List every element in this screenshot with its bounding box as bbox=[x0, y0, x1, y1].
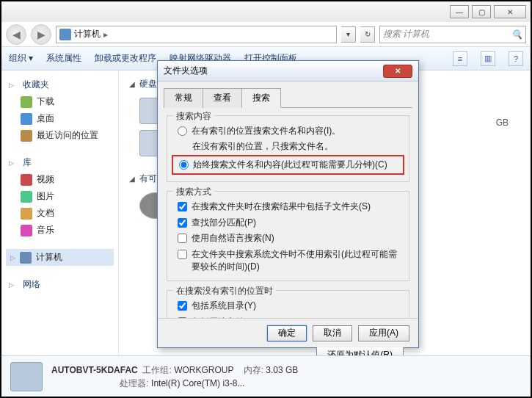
view-mode-button[interactable]: ≡ bbox=[453, 51, 467, 66]
option-label: 在搜索文件夹时在搜索结果中包括子文件夹(S) bbox=[192, 200, 371, 213]
document-icon bbox=[21, 208, 32, 220]
apply-button[interactable]: 应用(A) bbox=[358, 325, 409, 341]
group-label: 搜索方式 bbox=[173, 186, 214, 198]
picture-icon bbox=[21, 191, 32, 203]
computer-large-icon bbox=[10, 362, 43, 391]
sidebar-label: 库 bbox=[23, 156, 32, 169]
breadcrumb-separator-icon: ▸ bbox=[103, 29, 108, 40]
cpu-label: 处理器: bbox=[120, 378, 148, 388]
sidebar-item-videos[interactable]: 视频 bbox=[6, 171, 114, 188]
search-icon: 🔍 bbox=[511, 29, 522, 40]
sidebar-item-label: 最近访问的位置 bbox=[37, 129, 98, 142]
radio-indexed-locations[interactable]: 在有索引的位置搜索文件名和内容(I)。 bbox=[173, 123, 403, 139]
sidebar-item-downloads[interactable]: 下载 bbox=[6, 93, 114, 110]
workgroup-value: WORKGROUP bbox=[174, 365, 233, 375]
close-button[interactable]: ✕ bbox=[494, 5, 526, 18]
status-text: AUTOBVT-5KDAFAC 工作组: WORKGROUP 内存: 3.03 … bbox=[51, 363, 298, 390]
video-icon bbox=[21, 174, 32, 186]
help-button[interactable]: ? bbox=[509, 51, 523, 66]
tab-view[interactable]: 查看 bbox=[203, 88, 242, 108]
computer-name: AUTOBVT-5KDAFAC bbox=[51, 365, 138, 375]
group-search-content: 搜索内容 在有索引的位置搜索文件名和内容(I)。 在没有索引的位置，只搜索文件名… bbox=[167, 115, 409, 182]
address-bar: ◀ ▶ 计算机 ▸ ▾ ↻ 搜索 计算机 🔍 bbox=[1, 22, 531, 47]
check-include-subfolders[interactable]: 在搜索文件夹时在搜索结果中包括子文件夹(S) bbox=[173, 199, 403, 214]
search-input[interactable]: 搜索 计算机 🔍 bbox=[379, 26, 526, 43]
sidebar-libraries-header[interactable]: ▷库 bbox=[6, 154, 114, 171]
refresh-button[interactable]: ↻ bbox=[360, 26, 375, 43]
computer-icon bbox=[59, 29, 71, 40]
workgroup-label: 工作组: bbox=[142, 365, 171, 375]
sidebar-item-label: 音乐 bbox=[37, 224, 54, 236]
system-properties-button[interactable]: 系统属性 bbox=[46, 52, 81, 65]
sidebar-item-label: 桌面 bbox=[37, 112, 54, 125]
dialog-close-button[interactable]: ✕ bbox=[383, 65, 412, 78]
option-label: 在有索引的位置搜索文件名和内容(I)。 bbox=[192, 125, 340, 137]
sidebar-item-label: 计算机 bbox=[36, 251, 62, 264]
nav-forward-button[interactable]: ▶ bbox=[31, 24, 51, 45]
group-label: 搜索内容 bbox=[173, 110, 214, 123]
tab-general[interactable]: 常规 bbox=[164, 88, 203, 108]
breadcrumb-box[interactable]: 计算机 ▸ bbox=[56, 26, 337, 43]
maximize-button[interactable]: ▢ bbox=[472, 5, 491, 18]
memory-label: 内存: bbox=[244, 365, 263, 375]
sidebar-item-label: 文档 bbox=[37, 207, 54, 220]
sidebar: ▷收藏夹 下载 桌面 最近访问的位置 ▷库 视频 图片 文档 音乐 ▷计算机 ▷… bbox=[1, 70, 119, 355]
dialog-titlebar[interactable]: 文件夹选项 ✕ bbox=[158, 61, 418, 82]
check-natural-language[interactable]: 使用自然语言搜索(N) bbox=[173, 231, 403, 246]
group-label: 在搜索没有索引的位置时 bbox=[173, 285, 276, 297]
sidebar-item-label: 图片 bbox=[37, 190, 54, 203]
sidebar-item-label: 视频 bbox=[37, 173, 54, 186]
details-pane: AUTOBVT-5KDAFAC 工作组: WORKGROUP 内存: 3.03 … bbox=[1, 355, 531, 397]
cancel-button[interactable]: 取消 bbox=[313, 325, 352, 341]
sidebar-item-network[interactable]: ▷网络 bbox=[6, 276, 114, 293]
music-icon bbox=[21, 225, 32, 236]
option-label: 包括系统目录(Y) bbox=[192, 300, 256, 312]
sidebar-item-music[interactable]: 音乐 bbox=[6, 222, 114, 239]
sidebar-item-pictures[interactable]: 图片 bbox=[6, 188, 114, 205]
sidebar-item-recent[interactable]: 最近访问的位置 bbox=[6, 127, 114, 144]
size-hint: GB bbox=[496, 117, 509, 128]
window-titlebar: — ▢ ✕ bbox=[1, 1, 531, 22]
address-dropdown-button[interactable]: ▾ bbox=[341, 26, 356, 43]
check-partial-match[interactable]: 查找部分匹配(P) bbox=[173, 215, 403, 231]
minimize-button[interactable]: — bbox=[450, 5, 469, 18]
check-include-system-dirs[interactable]: 包括系统目录(Y) bbox=[173, 298, 403, 314]
option-label: 在文件夹中搜索系统文件时不使用索引(此过程可能需要较长的时间)(D) bbox=[192, 248, 403, 274]
radio-always-search[interactable]: 始终搜索文件名和内容(此过程可能需要几分钟)(C) bbox=[175, 157, 401, 173]
folder-options-dialog: 文件夹选项 ✕ 常规 查看 搜索 搜索内容 在有索引的位置搜索文件名和内容(I)… bbox=[157, 60, 419, 348]
option-label: 查找部分匹配(P) bbox=[192, 217, 256, 229]
sidebar-favorites-header[interactable]: ▷收藏夹 bbox=[6, 76, 114, 93]
sidebar-item-documents[interactable]: 文档 bbox=[6, 205, 114, 222]
cpu-value: Intel(R) Core(TM) i3-8... bbox=[151, 378, 244, 388]
option-label: 使用自然语言搜索(N) bbox=[192, 232, 274, 245]
option-subtext: 在没有索引的位置，只搜索文件名。 bbox=[173, 139, 403, 154]
uninstall-programs-button[interactable]: 卸载或更改程序 bbox=[95, 52, 156, 65]
download-icon bbox=[21, 96, 32, 108]
check-no-index-system[interactable]: 在文件夹中搜索系统文件时不使用索引(此过程可能需要较长的时间)(D) bbox=[173, 247, 403, 275]
memory-value: 3.03 GB bbox=[266, 365, 298, 375]
nav-back-button[interactable]: ◀ bbox=[6, 24, 26, 45]
organize-menu[interactable]: 组织 ▾ bbox=[9, 52, 33, 65]
ok-button[interactable]: 确定 bbox=[267, 325, 307, 341]
search-placeholder: 搜索 计算机 bbox=[383, 28, 429, 40]
sidebar-item-computer[interactable]: ▷计算机 bbox=[6, 249, 114, 266]
option-label: 始终搜索文件名和内容(此过程可能需要几分钟)(C) bbox=[193, 159, 387, 171]
tab-search[interactable]: 搜索 bbox=[241, 88, 281, 108]
sidebar-item-label: 网络 bbox=[23, 278, 40, 291]
desktop-icon bbox=[21, 113, 32, 125]
dialog-footer: 确定 取消 应用(A) bbox=[158, 318, 418, 347]
sidebar-item-desktop[interactable]: 桌面 bbox=[6, 110, 114, 127]
computer-icon bbox=[20, 252, 32, 264]
breadcrumb-computer[interactable]: 计算机 bbox=[74, 28, 101, 40]
preview-pane-button[interactable]: ▥ bbox=[481, 51, 495, 66]
sidebar-label: 收藏夹 bbox=[23, 79, 49, 91]
group-search-method: 搜索方式 在搜索文件夹时在搜索结果中包括子文件夹(S) 查找部分匹配(P) 使用… bbox=[167, 191, 409, 281]
recent-icon bbox=[21, 130, 32, 142]
dialog-tabs: 常规 查看 搜索 bbox=[164, 87, 412, 108]
dialog-title: 文件夹选项 bbox=[164, 65, 383, 77]
sidebar-item-label: 下载 bbox=[37, 95, 54, 108]
